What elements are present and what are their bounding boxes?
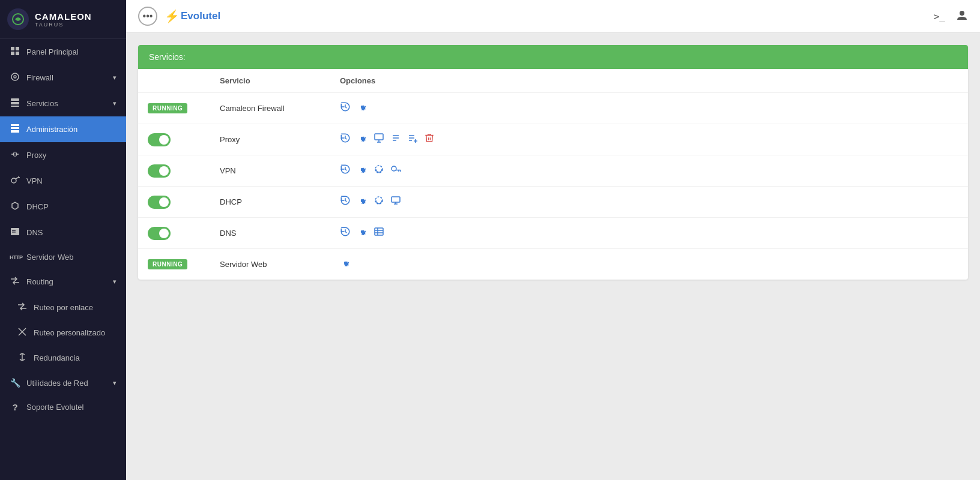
- terminal-icon[interactable]: >_: [934, 11, 945, 22]
- svg-point-13: [11, 178, 16, 183]
- svg-rect-10: [11, 124, 19, 126]
- sidebar-item-servicios[interactable]: Servicios ▾: [0, 91, 126, 116]
- sidebar-item-panel-principal[interactable]: Panel Principal: [0, 39, 126, 65]
- settings-icon[interactable]: [340, 257, 351, 271]
- user-icon[interactable]: [956, 9, 968, 24]
- settings-icon[interactable]: [357, 226, 368, 240]
- status-cell: RUNNING: [138, 93, 210, 124]
- sidebar-item-label: Proxy: [26, 151, 46, 160]
- main-area: ••• ⚡ evolutel >_ Servicios: Servicio Op…: [126, 0, 980, 480]
- sidebar-item-label: Ruteo personalizado: [34, 328, 105, 337]
- svg-rect-7: [11, 98, 19, 101]
- sidebar-item-soporte-evolutel[interactable]: ? Soporte Evolutel: [0, 395, 126, 419]
- topbar-icons: >_: [934, 9, 968, 24]
- sidebar-item-label: DHCP: [26, 202, 49, 211]
- settings-icon[interactable]: [357, 101, 368, 115]
- sidebar-nav: Panel Principal Firewall ▾ Servicios ▾ A…: [0, 39, 126, 480]
- chevron-icon: ▾: [113, 100, 116, 107]
- col-servicio: Servicio: [210, 69, 330, 93]
- svg-rect-8: [11, 102, 19, 104]
- history-icon[interactable]: [340, 226, 351, 240]
- evolutel-logo: ⚡ evolutel: [165, 9, 220, 23]
- sidebar-item-servidor-web[interactable]: HTTP Servidor Web: [0, 245, 126, 269]
- svg-rect-12: [11, 130, 19, 133]
- dns-icon: [10, 227, 20, 238]
- col-status: [138, 69, 210, 93]
- sidebar-header: CAMALEON TAURUS: [0, 0, 126, 39]
- status-badge: RUNNING: [148, 259, 187, 269]
- history-icon[interactable]: [340, 164, 351, 178]
- col-opciones: Opciones: [330, 69, 968, 93]
- svg-rect-1: [11, 47, 14, 50]
- sidebar-item-label: Routing: [26, 277, 53, 286]
- chevron-icon: ▾: [113, 278, 116, 286]
- proxy-icon: [10, 149, 20, 161]
- service-name: Proxy: [210, 124, 330, 155]
- sidebar-item-label: Utilidades de Red: [26, 379, 88, 388]
- grid-icon: [10, 46, 20, 58]
- app-logo-icon: [7, 8, 29, 30]
- service-name: DHCP: [210, 187, 330, 218]
- status-cell: [138, 218, 210, 249]
- svg-rect-19: [12, 232, 16, 233]
- sidebar-item-firewall[interactable]: Firewall ▾: [0, 65, 126, 91]
- support-icon: ?: [10, 402, 20, 412]
- sidebar-item-ruteo-personalizado[interactable]: Ruteo personalizado: [0, 320, 126, 345]
- history-icon[interactable]: [340, 195, 351, 209]
- key-icon[interactable]: [390, 164, 401, 178]
- service-toggle[interactable]: [148, 164, 171, 178]
- service-name: Camaleon Firewall: [210, 93, 330, 124]
- sidebar-item-redundancia[interactable]: Redundancia: [0, 345, 126, 371]
- table-row: DHCP: [138, 187, 968, 218]
- sidebar-item-ruteo-enlace[interactable]: Ruteo por enlace: [0, 295, 126, 320]
- svg-point-39: [392, 166, 396, 171]
- sidebar-item-routing[interactable]: Routing ▾: [0, 269, 126, 295]
- sidebar-item-utilidades-red[interactable]: 🔧 Utilidades de Red ▾: [0, 371, 126, 395]
- settings-icon[interactable]: [357, 164, 368, 178]
- action-icons-cell: [330, 249, 968, 280]
- settings-icon[interactable]: [357, 133, 368, 146]
- redundancy-icon: [17, 352, 28, 364]
- sidebar-item-dns[interactable]: DNS: [0, 220, 126, 245]
- service-toggle[interactable]: [148, 227, 171, 240]
- list-icon[interactable]: [390, 133, 401, 146]
- dhcp-icon: [10, 201, 20, 212]
- service-toggle[interactable]: [148, 133, 171, 146]
- status-cell: [138, 187, 210, 218]
- menu-button[interactable]: •••: [138, 7, 157, 26]
- sidebar: CAMALEON TAURUS Panel Principal Firewall…: [0, 0, 126, 480]
- content-area: Servicios: Servicio Opciones RUNNINGCama…: [126, 33, 980, 480]
- vpn-icon: [10, 175, 20, 187]
- settings-icon[interactable]: [357, 195, 368, 209]
- status-cell: [138, 155, 210, 187]
- link-icon: [17, 302, 28, 313]
- action-icons-cell: [330, 155, 968, 187]
- add-list-icon[interactable]: [407, 133, 418, 146]
- history-icon[interactable]: [340, 133, 351, 146]
- half-circle-icon[interactable]: [374, 195, 384, 209]
- sidebar-item-administracion[interactable]: Administración: [0, 116, 126, 142]
- svg-rect-11: [11, 127, 19, 129]
- svg-rect-24: [375, 134, 383, 140]
- trash-icon[interactable]: [424, 133, 435, 146]
- table-row: RUNNINGServidor Web: [138, 249, 968, 280]
- status-cell: [138, 124, 210, 155]
- sidebar-item-dhcp[interactable]: DHCP: [0, 194, 126, 220]
- table-icon[interactable]: [374, 226, 384, 240]
- half-circle-icon[interactable]: [374, 164, 384, 178]
- sidebar-item-vpn[interactable]: VPN: [0, 168, 126, 194]
- desktop-icon[interactable]: [390, 195, 401, 209]
- status-badge: RUNNING: [148, 103, 187, 113]
- service-toggle[interactable]: [148, 196, 171, 209]
- shield-icon: [10, 72, 20, 83]
- sidebar-item-proxy[interactable]: Proxy: [0, 142, 126, 168]
- service-name: Servidor Web: [210, 249, 330, 280]
- monitor-icon[interactable]: [374, 133, 384, 146]
- chevron-icon: ▾: [113, 74, 116, 82]
- action-icons-cell: [330, 187, 968, 218]
- routing-icon: [10, 276, 20, 287]
- services-card: Servicios: Servicio Opciones RUNNINGCama…: [138, 45, 968, 280]
- history-icon[interactable]: [340, 101, 351, 115]
- action-icons-cell: [330, 124, 968, 155]
- svg-rect-44: [392, 197, 400, 202]
